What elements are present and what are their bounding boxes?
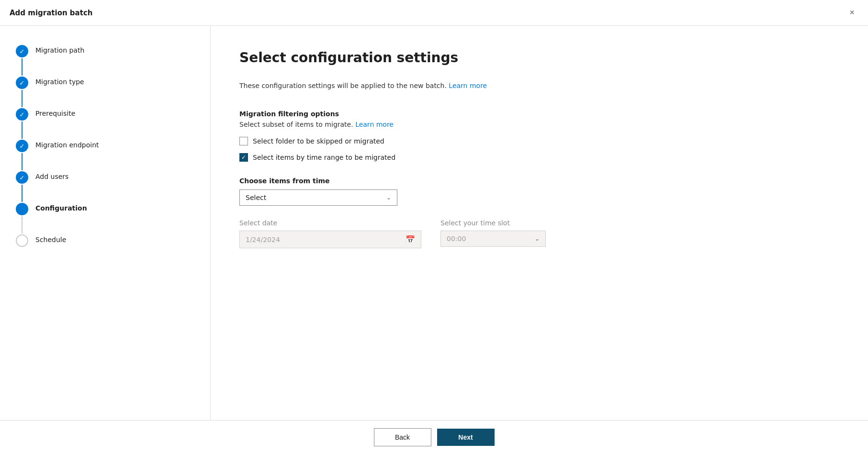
- step-line-2: [22, 90, 23, 107]
- date-time-row: Select date 1/24/2024 📅 Select your time…: [239, 219, 839, 248]
- learn-more-link-filtering[interactable]: Learn more: [355, 121, 394, 128]
- close-button[interactable]: ×: [845, 6, 858, 20]
- checkbox-label-folder: Select folder to be skipped or migrated: [253, 137, 384, 145]
- items-from-time-dropdown[interactable]: Select ⌄: [239, 189, 397, 206]
- time-slot-dropdown[interactable]: 00:00 ⌄: [440, 231, 546, 247]
- step-line-4: [22, 153, 23, 170]
- sidebar: ✓ Migration path ✓ Migration type ✓ Prer…: [0, 26, 211, 420]
- step-migration-path: ✓ Migration path: [15, 45, 195, 77]
- dialog-header: Add migration batch ×: [0, 0, 868, 26]
- next-button[interactable]: Next: [437, 429, 495, 446]
- checkbox-row-time[interactable]: Select items by time range to be migrate…: [239, 153, 839, 162]
- choose-items-label: Choose items from time: [239, 177, 839, 185]
- time-chevron-down-icon: ⌄: [535, 235, 540, 242]
- time-field: Select your time slot 00:00 ⌄: [440, 219, 546, 248]
- step-line-6: [22, 216, 23, 233]
- step-prerequisite: ✓ Prerequisite: [15, 108, 195, 140]
- step-label-schedule: Schedule: [35, 234, 66, 244]
- date-value: 1/24/2024: [246, 236, 280, 244]
- step-circle-migration-endpoint: ✓: [16, 140, 28, 152]
- step-circle-add-users: ✓: [16, 171, 28, 184]
- step-circle-migration-type: ✓: [16, 77, 28, 89]
- page-title: Select configuration settings: [239, 50, 839, 66]
- time-slot-label: Select your time slot: [440, 219, 546, 227]
- date-label: Select date: [239, 219, 421, 227]
- step-circle-schedule: [16, 234, 28, 247]
- step-line-3: [22, 122, 23, 139]
- step-circle-configuration: [16, 203, 28, 215]
- filtering-title: Migration filtering options: [239, 110, 839, 118]
- footer: Back Next: [0, 420, 868, 454]
- time-value: 00:00: [447, 235, 466, 243]
- step-line-1: [22, 58, 23, 76]
- step-label-configuration: Configuration: [35, 203, 87, 228]
- date-field: Select date 1/24/2024 📅: [239, 219, 421, 248]
- step-migration-type: ✓ Migration type: [15, 77, 195, 108]
- dropdown-value: Select: [246, 194, 266, 201]
- description-text: These configuration settings will be app…: [239, 81, 839, 91]
- filtering-section: Migration filtering options Select subse…: [239, 110, 839, 162]
- step-add-users: ✓ Add users: [15, 171, 195, 203]
- step-line-5: [22, 185, 23, 202]
- checkbox-folder[interactable]: [239, 137, 248, 145]
- back-button[interactable]: Back: [374, 428, 431, 446]
- main-container: ✓ Migration path ✓ Migration type ✓ Prer…: [0, 26, 868, 420]
- step-label-migration-endpoint: Migration endpoint: [35, 140, 99, 165]
- date-input[interactable]: 1/24/2024 📅: [239, 231, 421, 248]
- chevron-down-icon: ⌄: [386, 194, 391, 201]
- checkbox-time[interactable]: [239, 153, 248, 162]
- step-schedule: Schedule: [15, 234, 195, 247]
- checkbox-row-folder[interactable]: Select folder to be skipped or migrated: [239, 137, 839, 145]
- step-label-add-users: Add users: [35, 171, 68, 197]
- step-circle-migration-path: ✓: [16, 45, 28, 57]
- step-label-prerequisite: Prerequisite: [35, 108, 75, 133]
- dialog-title: Add migration batch: [10, 9, 92, 17]
- content-area: Select configuration settings These conf…: [211, 26, 868, 420]
- step-label-migration-type: Migration type: [35, 77, 84, 102]
- checkbox-label-time: Select items by time range to be migrate…: [253, 154, 395, 161]
- step-circle-prerequisite: ✓: [16, 108, 28, 121]
- step-label-migration-path: Migration path: [35, 45, 84, 70]
- learn-more-link-top[interactable]: Learn more: [449, 82, 487, 89]
- filtering-description: Select subset of items to migrate. Learn…: [239, 121, 839, 128]
- step-migration-endpoint: ✓ Migration endpoint: [15, 140, 195, 171]
- step-configuration: Configuration: [15, 203, 195, 234]
- calendar-icon: 📅: [406, 235, 415, 244]
- choose-items-section: Choose items from time Select ⌄: [239, 177, 839, 206]
